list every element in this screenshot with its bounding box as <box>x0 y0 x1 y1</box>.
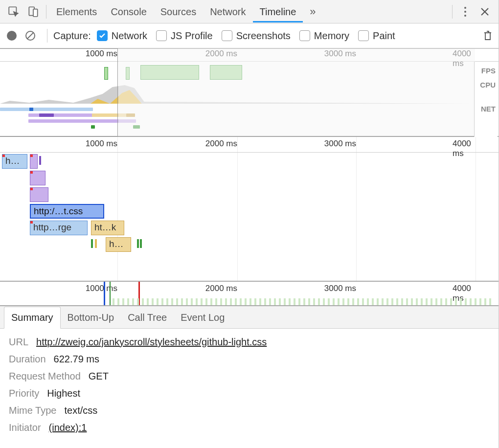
overview-strip[interactable]: 1000 ms 2000 ms 3000 ms 4000 ms FPS CPU … <box>0 49 499 137</box>
trash-icon[interactable] <box>483 30 495 42</box>
network-request-bar-selected[interactable]: http:/…t.css <box>30 204 104 219</box>
svg-point-3 <box>464 7 466 9</box>
request-label: http:/…t.css <box>34 206 83 216</box>
timing-mark-blue <box>104 282 105 305</box>
network-request-bar[interactable]: h… <box>2 154 27 169</box>
request-label: h… <box>109 239 124 249</box>
ruler-tick: 1000 ms <box>86 139 117 149</box>
capture-network-checkbox[interactable]: Network <box>97 30 147 42</box>
capture-screenshots-checkbox[interactable]: Screenshots <box>222 30 291 42</box>
tab-eventlog[interactable]: Event Log <box>174 307 231 328</box>
detail-mime-label: Mime Type <box>9 405 56 416</box>
kebab-menu-icon[interactable] <box>455 3 475 21</box>
capture-jsprofile-checkbox[interactable]: JS Profile <box>156 30 213 42</box>
request-label: ht…k <box>94 222 116 232</box>
network-request-bar[interactable]: ht…k <box>91 221 124 235</box>
tab-calltree[interactable]: Call Tree <box>121 307 174 328</box>
detail-duration-label: Duration <box>9 354 46 365</box>
tab-bottomup[interactable]: Bottom-Up <box>61 307 121 328</box>
capture-network-label: Network <box>112 30 147 42</box>
network-request-bar[interactable] <box>30 154 38 169</box>
detail-url-label: URL <box>9 336 28 348</box>
separator <box>46 5 46 19</box>
main-ruler[interactable]: 1000 ms 2000 ms 3000 ms 4000 ms <box>0 137 499 153</box>
overview-mask <box>118 49 475 136</box>
ruler-tick: 3000 ms <box>324 139 356 149</box>
more-tabs-chevron-icon[interactable]: » <box>303 3 322 21</box>
detail-url-link[interactable]: http://zweig.co/jankyscroll/stylesheets/… <box>36 336 267 348</box>
timing-marks-strip[interactable]: 1000 ms 2000 ms 3000 ms 4000 ms <box>0 282 499 306</box>
detail-duration-value: 622.79 ms <box>54 354 99 365</box>
detail-priority-label: Priority <box>9 388 39 399</box>
capture-memory-label: Memory <box>314 30 349 42</box>
capture-label: Capture: <box>53 30 91 42</box>
ruler-tick: 3000 ms <box>324 284 356 293</box>
overview-track-labels: FPS CPU NET <box>474 62 498 137</box>
ruler-tick: 2000 ms <box>205 284 237 293</box>
network-request-bar[interactable] <box>30 187 48 202</box>
detail-method-label: Request Method <box>9 371 81 382</box>
ruler-tick: 2000 ms <box>205 139 237 149</box>
details-tabbar: Summary Bottom-Up Call Tree Event Log <box>0 306 499 329</box>
detail-initiator-label: Initiator <box>9 422 41 433</box>
fps-label: FPS <box>475 62 498 76</box>
tab-network[interactable]: Network <box>203 0 252 22</box>
capture-jsprofile-label: JS Profile <box>171 30 213 42</box>
capture-memory-checkbox[interactable]: Memory <box>299 30 349 42</box>
summary-panel: URL http://zweig.co/jankyscroll/styleshe… <box>0 329 499 438</box>
network-request-bar[interactable] <box>30 171 45 185</box>
separator <box>452 5 453 19</box>
frame-ticks <box>113 298 494 305</box>
flamechart-panel[interactable]: 1000 ms 2000 ms 3000 ms 4000 ms h… http:… <box>0 137 499 282</box>
record-button[interactable] <box>7 31 17 41</box>
timeline-toolbar: Capture: Network JS Profile Screenshots … <box>0 23 499 49</box>
tab-elements[interactable]: Elements <box>49 0 104 22</box>
device-toggle-icon[interactable] <box>23 3 43 21</box>
tab-console[interactable]: Console <box>104 0 153 22</box>
cpu-label: CPU <box>475 76 498 90</box>
network-request-bar[interactable]: h… <box>106 237 131 252</box>
inspect-icon[interactable] <box>4 3 23 21</box>
separator <box>47 29 47 43</box>
capture-paint-checkbox[interactable]: Paint <box>358 30 395 42</box>
capture-paint-label: Paint <box>373 30 395 42</box>
request-label: http…rge <box>33 222 71 232</box>
clear-icon[interactable] <box>23 29 37 43</box>
detail-initiator-link[interactable]: (index):1 <box>49 422 87 433</box>
overview-selection-handle[interactable] <box>0 49 117 136</box>
detail-method-value: GET <box>89 371 109 382</box>
capture-screenshots-label: Screenshots <box>236 30 291 42</box>
network-request-bar[interactable]: http…rge <box>30 221 88 235</box>
request-label: h… <box>5 156 20 166</box>
devtools-tabbar: Elements Console Sources Network Timelin… <box>0 0 499 23</box>
tab-timeline[interactable]: Timeline <box>253 0 303 22</box>
close-icon[interactable] <box>475 3 495 21</box>
timing-mark-green <box>110 282 111 305</box>
tab-sources[interactable]: Sources <box>154 0 203 22</box>
svg-point-5 <box>464 15 466 17</box>
svg-point-4 <box>464 11 466 13</box>
tab-summary[interactable]: Summary <box>4 307 61 329</box>
detail-priority-value: Highest <box>47 388 80 399</box>
detail-mime-value: text/css <box>64 405 97 416</box>
svg-rect-2 <box>33 9 38 16</box>
ruler-tick: 1000 ms <box>86 284 117 293</box>
net-label: NET <box>475 90 498 114</box>
